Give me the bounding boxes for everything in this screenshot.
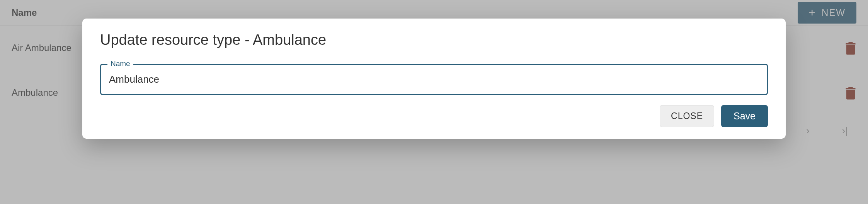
dialog-actions: CLOSE Save	[100, 105, 768, 127]
name-field-label: Name	[107, 60, 133, 68]
close-button[interactable]: CLOSE	[660, 105, 714, 127]
update-resource-dialog: Update resource type - Ambulance Name CL…	[82, 19, 786, 139]
name-input[interactable]	[109, 73, 759, 85]
name-field-wrap: Name	[100, 64, 768, 95]
dialog-title: Update resource type - Ambulance	[100, 32, 768, 48]
save-button[interactable]: Save	[721, 105, 768, 127]
